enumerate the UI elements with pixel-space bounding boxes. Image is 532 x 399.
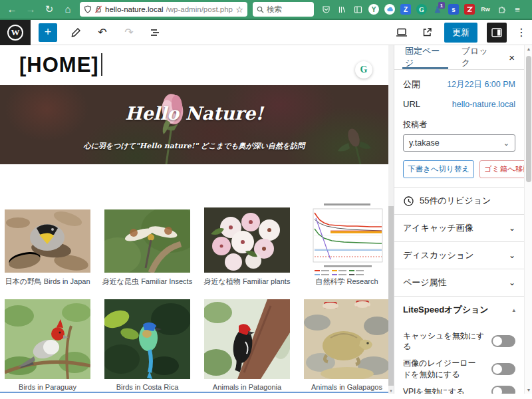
birds-in-japan-image — [5, 209, 90, 273]
grammarly-overlay-icon[interactable]: G — [355, 61, 372, 78]
publish-date-link[interactable]: 12月22日 6:00 PM — [447, 79, 515, 90]
window-scrollbar-thumb[interactable] — [526, 56, 531, 182]
tools-pencil-icon[interactable] — [68, 25, 84, 41]
grammarly-extension-icon[interactable]: G — [416, 4, 427, 15]
redo-button[interactable]: ↷ — [121, 25, 137, 41]
search-input[interactable]: 検索 — [253, 2, 314, 17]
forward-button[interactable]: → — [24, 1, 37, 18]
switch-to-draft-button[interactable]: 下書きへ切り替え — [403, 160, 474, 178]
card-familiar-plants[interactable]: 身近な植物 Familiar plants — [204, 200, 290, 287]
panel-discussion[interactable]: ディスカッション ⌄ — [394, 241, 524, 269]
acrobat-icon[interactable] — [464, 4, 475, 15]
panel-page-attributes[interactable]: ページ属性 ⌄ — [394, 269, 524, 296]
card-birds-in-costa-rica[interactable]: Birds in Costa Rica — [104, 299, 190, 391]
card-caption[interactable]: Animals in Patagonia — [213, 383, 281, 391]
undo-button[interactable]: ↶ — [94, 25, 110, 41]
move-to-trash-button[interactable]: ゴミ箱へ移動 — [479, 160, 524, 178]
card-caption[interactable]: Animals in Galapagos — [311, 383, 382, 391]
card-caption[interactable]: 日本の野鳥 Birds in Japan — [5, 277, 90, 287]
publish-label: 公開 — [403, 78, 420, 90]
preview-device-icon[interactable] — [394, 25, 410, 41]
settings-panel-toggle[interactable] — [487, 23, 507, 43]
toggle-label: 画像のレイジーロードを無効にする — [403, 358, 481, 379]
library-icon[interactable] — [336, 4, 347, 15]
panel-label: ページ属性 — [403, 277, 447, 289]
page-url-link[interactable]: hello-nature.local — [452, 100, 515, 109]
s-extension-icon[interactable]: s — [448, 4, 459, 15]
panel-litespeed-options[interactable]: LiteSpeedオプション ▴ — [394, 296, 524, 323]
toggle-label: VPIを無効にする — [403, 386, 464, 394]
disable-vpi-toggle[interactable] — [491, 386, 515, 394]
card-caption[interactable]: Birds in Costa Rica — [116, 383, 179, 391]
litespeed-panel-body: キャッシュを無効にする 画像のレイジーロードを無効にする VPIを無効にする ビ… — [394, 323, 524, 394]
extensions-puzzle-icon[interactable] — [496, 4, 507, 15]
editor-scrollbar-thumb[interactable] — [388, 206, 394, 386]
card-caption[interactable]: Birds in Paraguay — [19, 383, 76, 391]
search-icon — [257, 6, 264, 13]
card-animals-in-patagonia[interactable]: Animals in Patagonia — [204, 299, 290, 391]
beaker-badge-icon[interactable]: 1 — [432, 4, 443, 15]
page-title-input[interactable]: [HOME] — [19, 53, 102, 77]
revisions-clock-icon — [403, 196, 414, 207]
url-row: URL hello-nature.local — [403, 99, 515, 109]
editor-scrollbar[interactable]: ▼ — [388, 45, 394, 394]
rw-extension-icon[interactable]: Rw — [480, 4, 491, 15]
pocket-icon[interactable] — [321, 4, 331, 15]
card-caption[interactable]: 身近な植物 Familiar plants — [204, 277, 291, 287]
chevron-down-icon: ⌄ — [509, 278, 515, 287]
reload-button[interactable]: ↻ — [43, 1, 56, 18]
toggle-knob — [493, 364, 502, 374]
list-view-button[interactable] — [148, 25, 164, 41]
account-y-icon[interactable]: Y — [368, 4, 379, 15]
revisions-row[interactable]: 55件のリビジョン — [394, 187, 524, 214]
view-post-external-icon[interactable] — [419, 25, 435, 41]
tab-block[interactable]: ブロック — [454, 45, 502, 69]
card-research[interactable]: 自然科学 Research — [304, 200, 388, 287]
toggle-knob — [493, 336, 502, 346]
z-extension-icon[interactable]: Z — [400, 4, 411, 15]
card-birds-in-japan[interactable]: 日本の野鳥 Birds in Japan — [5, 200, 90, 287]
update-button[interactable]: 更新 — [444, 23, 477, 43]
beaker-badge-count: 1 — [438, 2, 445, 9]
card-birds-in-paraguay[interactable]: Birds in Paraguay — [5, 299, 90, 391]
extension-row: Y Z G 1 s Rw ≡ — [321, 4, 523, 15]
home-button[interactable]: ⌂ — [61, 1, 74, 18]
hero-cover-block[interactable]: Hello Nature! 心に羽をつけて"Hello nature!" どこま… — [0, 85, 388, 164]
sidebars-icon[interactable] — [352, 4, 363, 15]
author-value: y.takase — [409, 138, 440, 148]
familiar-insects-image — [104, 209, 190, 273]
card-caption[interactable]: 自然科学 Research — [315, 277, 378, 287]
wp-toolbar-right: 更新 ⋮ — [394, 23, 532, 43]
card-familiar-insects[interactable]: 身近な昆虫 Familiar Insects — [104, 200, 190, 287]
scroll-up-icon[interactable]: ▲ — [525, 47, 532, 51]
search-placeholder: 検索 — [267, 5, 282, 15]
revisions-label: 55件のリビジョン — [420, 195, 491, 207]
panel-label: アイキャッチ画像 — [403, 222, 473, 234]
options-menu-button[interactable]: ⋮ — [516, 26, 525, 39]
back-button[interactable]: ← — [5, 1, 19, 18]
author-select[interactable]: y.takase ⌄ — [403, 134, 515, 152]
bookmark-star-icon[interactable]: ☆ — [235, 5, 243, 15]
window-scrollbar[interactable]: ▲ ▼ — [524, 45, 532, 394]
menu-icon[interactable]: ≡ — [512, 4, 523, 15]
chevron-down-icon: ⌄ — [503, 139, 509, 148]
lock-slash-icon[interactable] — [94, 5, 102, 13]
status-buttons: 下書きへ切り替え ゴミ箱へ移動 — [403, 160, 515, 178]
shield-icon[interactable] — [84, 5, 92, 13]
close-sidebar-icon[interactable]: × — [502, 52, 521, 63]
block-inserter-button[interactable]: + — [39, 23, 57, 42]
scroll-down-icon[interactable]: ▼ — [525, 388, 532, 392]
wp-admin-button[interactable]: W — [0, 20, 31, 45]
card-caption[interactable]: 身近な昆虫 Familiar Insects — [102, 277, 192, 287]
hero-subheading: 心に羽をつけて"Hello nature!" どこまでも奥が深い自然を訪問 — [84, 141, 305, 151]
disable-lazyload-toggle[interactable] — [491, 363, 515, 375]
card-animals-in-galapagos[interactable]: Animals in Galapagos — [304, 299, 388, 391]
gallery-row-1: 日本の野鳥 Birds in Japan — [5, 200, 384, 287]
disable-cache-toggle[interactable] — [491, 335, 515, 347]
tab-page[interactable]: 固定ページ — [397, 45, 454, 69]
cloud-icon[interactable] — [384, 4, 395, 15]
separator-block[interactable] — [0, 392, 388, 393]
panel-featured-image[interactable]: アイキャッチ画像 ⌄ — [394, 214, 524, 241]
url-bar[interactable]: hello-nature.local /wp-admin/post.php?po… — [80, 2, 247, 17]
editor-scroll-down-icon[interactable]: ▼ — [388, 389, 394, 393]
